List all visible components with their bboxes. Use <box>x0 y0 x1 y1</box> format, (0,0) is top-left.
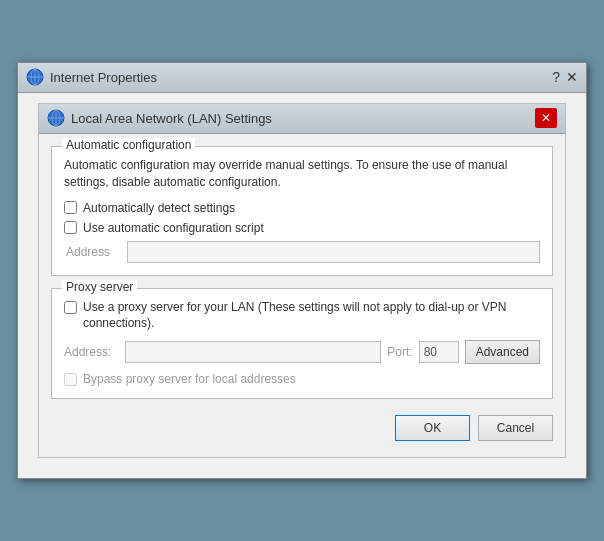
auto-detect-row: Automatically detect settings <box>64 201 540 215</box>
bypass-checkbox[interactable] <box>64 373 77 386</box>
inner-globe-icon <box>47 109 65 127</box>
outer-title-bar: Internet Properties ? ✕ <box>18 63 586 93</box>
outer-window: Internet Properties ? ✕ Local Area Netwo… <box>17 62 587 479</box>
bypass-row: Bypass proxy server for local addresses <box>64 372 540 386</box>
auto-address-row: Address <box>66 241 540 263</box>
automatic-config-section: Automatic configuration Automatic config… <box>51 146 553 276</box>
auto-script-label: Use automatic configuration script <box>83 221 264 235</box>
inner-window: Local Area Network (LAN) Settings ✕ Auto… <box>38 103 566 458</box>
auto-config-note: Automatic configuration may override man… <box>64 157 540 191</box>
globe-icon <box>26 68 44 86</box>
help-button[interactable]: ? <box>552 69 560 85</box>
cancel-button[interactable]: Cancel <box>478 415 553 441</box>
auto-script-checkbox[interactable] <box>64 221 77 234</box>
proxy-port-input[interactable] <box>419 341 459 363</box>
inner-content: Automatic configuration Automatic config… <box>39 134 565 457</box>
ok-button[interactable]: OK <box>395 415 470 441</box>
proxy-main-label: Use a proxy server for your LAN (These s… <box>83 299 540 333</box>
proxy-addr-input[interactable] <box>125 341 381 363</box>
proxy-port-label: Port: <box>387 345 412 359</box>
auto-config-title: Automatic configuration <box>62 138 195 152</box>
inner-title-area: Local Area Network (LAN) Settings <box>47 109 272 127</box>
advanced-button[interactable]: Advanced <box>465 340 540 364</box>
auto-address-input[interactable] <box>127 241 540 263</box>
inner-close-button[interactable]: ✕ <box>535 108 557 128</box>
proxy-title: Proxy server <box>62 280 137 294</box>
auto-script-row: Use automatic configuration script <box>64 221 540 235</box>
outer-title-area: Internet Properties <box>26 68 157 86</box>
inner-title-bar: Local Area Network (LAN) Settings ✕ <box>39 104 565 134</box>
bypass-label: Bypass proxy server for local addresses <box>83 372 296 386</box>
bottom-buttons: OK Cancel <box>51 411 553 445</box>
proxy-server-section: Proxy server Use a proxy server for your… <box>51 288 553 400</box>
proxy-addr-label: Address: <box>64 345 119 359</box>
outer-close-button[interactable]: ✕ <box>566 69 578 85</box>
proxy-enable-checkbox[interactable] <box>64 301 77 314</box>
auto-detect-checkbox[interactable] <box>64 201 77 214</box>
proxy-addr-row: Address: Port: Advanced <box>64 340 540 364</box>
auto-address-label: Address <box>66 245 121 259</box>
inner-title-text: Local Area Network (LAN) Settings <box>71 111 272 126</box>
auto-detect-label: Automatically detect settings <box>83 201 235 215</box>
outer-title-text: Internet Properties <box>50 70 157 85</box>
proxy-main-row: Use a proxy server for your LAN (These s… <box>64 299 540 333</box>
